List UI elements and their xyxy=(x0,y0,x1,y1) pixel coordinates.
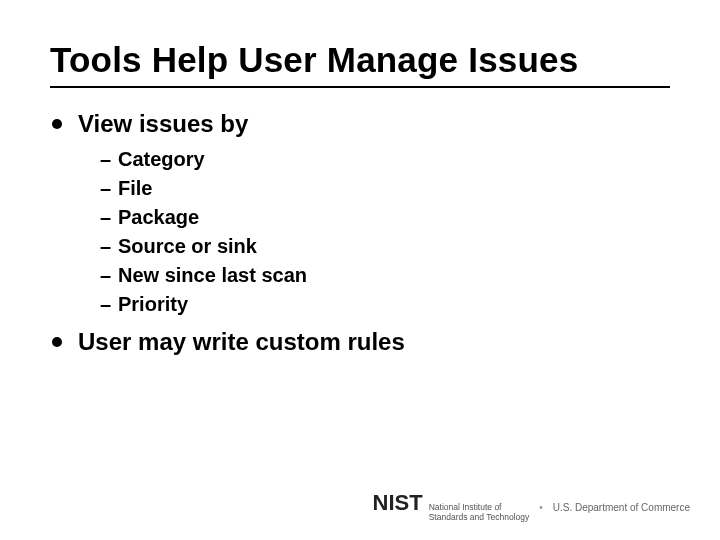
sub-item: –New since last scan xyxy=(100,262,670,289)
sub-item: –Source or sink xyxy=(100,233,670,260)
footer-separator: • xyxy=(539,502,543,513)
sub-item-text: File xyxy=(118,177,152,199)
bullet-text: View issues by xyxy=(78,110,248,137)
sub-item: –Priority xyxy=(100,291,670,318)
footer: NIST National Institute of Standards and… xyxy=(373,492,690,522)
bullet-item: View issues by –Category –File –Package … xyxy=(50,110,670,318)
sub-list: –Category –File –Package –Source or sink… xyxy=(78,146,670,318)
nist-logo: NIST National Institute of Standards and… xyxy=(373,492,530,522)
sub-item-text: New since last scan xyxy=(118,264,307,286)
sub-item-text: Source or sink xyxy=(118,235,257,257)
sub-item: –Package xyxy=(100,204,670,231)
nist-logo-subtext: National Institute of Standards and Tech… xyxy=(429,503,530,522)
bullet-item: User may write custom rules xyxy=(50,328,670,356)
nist-logo-mark: NIST xyxy=(373,490,423,515)
footer-dept: U.S. Department of Commerce xyxy=(553,502,690,513)
sub-item-text: Category xyxy=(118,148,205,170)
slide-title: Tools Help User Manage Issues xyxy=(50,40,670,80)
slide: Tools Help User Manage Issues View issue… xyxy=(0,0,720,540)
sub-item: –Category xyxy=(100,146,670,173)
bullet-text: User may write custom rules xyxy=(78,328,405,355)
bullet-list: View issues by –Category –File –Package … xyxy=(50,110,670,356)
sub-item: –File xyxy=(100,175,670,202)
sub-item-text: Package xyxy=(118,206,199,228)
title-rule xyxy=(50,86,670,88)
sub-item-text: Priority xyxy=(118,293,188,315)
